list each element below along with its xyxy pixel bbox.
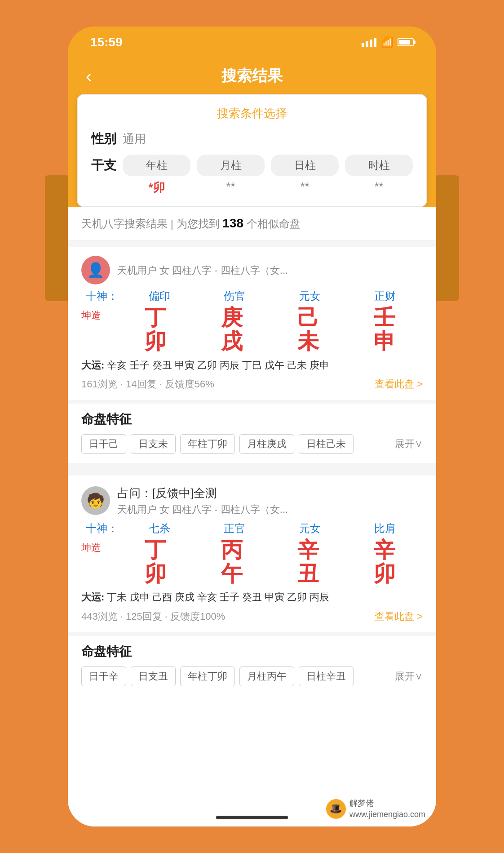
tezheng-tag-1-1: 日干己 <box>81 434 126 454</box>
tezheng-tag-2-2: 日支丑 <box>131 666 176 686</box>
tezheng-section-1: 命盘特征 日干己 日支未 年柱丁卯 月柱庚戌 日柱己未 展开∨ <box>68 400 436 463</box>
pillar-val-hour: ** <box>345 180 413 195</box>
card2-header: 🧒 占问：[反馈中]全测 天机用户 女 四柱八字 - 四柱八字（女... <box>81 484 423 517</box>
card1-bazi-col3: 己 未 <box>270 306 346 354</box>
card2-tian-3: 辛 <box>297 538 319 562</box>
signal-icon <box>362 38 376 47</box>
card1-bazi-col2: 庚 戌 <box>194 306 270 354</box>
tezheng-title-1: 命盘特征 <box>81 411 423 428</box>
wifi-icon: 📶 <box>381 36 393 48</box>
card1-bazi-row: 坤造 丁 卯 庚 戌 己 未 <box>81 306 423 354</box>
card1-tian-4: 壬 <box>374 306 395 330</box>
card2-info-text: 天机用户 女 四柱八字 - 四柱八字（女... <box>117 502 288 517</box>
card2-tian-2: 丙 <box>221 538 243 562</box>
pillar-btn-month[interactable]: 月柱 <box>197 155 265 176</box>
card1-view-link[interactable]: 查看此盘 > <box>375 378 423 391</box>
card1-shishen-row: 十神： 偏印 伤官 元女 正财 <box>81 289 423 303</box>
back-button[interactable]: ‹ <box>86 66 92 86</box>
search-count: 138 <box>222 216 243 230</box>
status-bar: 15:59 📶 <box>68 27 436 58</box>
watermark-text: 解梦佬 www.jiemengiao.com <box>349 798 425 820</box>
tezheng-title-2: 命盘特征 <box>81 643 423 660</box>
card1-bazi-chars: 丁 卯 庚 戌 己 未 壬 申 <box>117 306 423 354</box>
watermark-icon: 🎩 <box>326 799 346 819</box>
gender-label: 性别 <box>91 130 123 147</box>
tezheng-tag-2-3: 年柱丁卯 <box>180 666 235 686</box>
card2-title: 占问：[反馈中]全测 <box>117 484 288 502</box>
card2-dayun-label: 大运: <box>81 591 107 603</box>
card1-stats-text: 161浏览 · 14回复 · 反馈度56% <box>81 378 214 391</box>
card1-shishen-label: 十神： <box>86 289 122 303</box>
card2-di-1: 卯 <box>145 562 166 586</box>
card1-stats: 161浏览 · 14回复 · 反馈度56% 查看此盘 > <box>81 378 423 391</box>
card2-bazi-col3: 辛 丑 <box>270 538 346 586</box>
card2-ss-2: 正官 <box>197 521 273 536</box>
watermark: 🎩 解梦佬 www.jiemengiao.com <box>326 798 425 820</box>
pillar-buttons: 年柱 月柱 日柱 时柱 <box>123 155 413 176</box>
card1-info-text: 天机用户 女 四柱八字 - 四柱八字（女... <box>117 263 288 278</box>
tezheng-tags-2: 日干辛 日支丑 年柱丁卯 月柱丙午 日柱辛丑 展开∨ <box>81 666 423 686</box>
tezheng-expand-2[interactable]: 展开∨ <box>395 670 423 683</box>
status-time: 15:59 <box>90 35 123 49</box>
card1-dayun: 大运: 辛亥 壬子 癸丑 甲寅 乙卯 丙辰 丁巳 戊午 己未 庚申 <box>81 357 423 373</box>
filter-title: 搜索条件选择 <box>91 106 413 121</box>
battery-icon <box>398 38 414 46</box>
search-filter-card: 搜索条件选择 性别 通用 干支 年柱 月柱 日柱 时柱 *卯 ** * <box>77 94 427 207</box>
tezheng-tag-2-4: 月柱丙午 <box>239 666 294 686</box>
tezheng-expand-1[interactable]: 展开∨ <box>395 437 423 451</box>
pillar-val-month: ** <box>197 180 265 195</box>
tezheng-tag-2-1: 日干辛 <box>81 666 126 686</box>
card2-dayun-text: 丁未 戊申 己酉 庚戌 辛亥 壬子 癸丑 甲寅 乙卯 丙辰 <box>107 591 329 603</box>
card2-bazi-col1: 丁 卯 <box>117 538 194 586</box>
card2-di-2: 午 <box>221 562 243 586</box>
pillar-values-row: *卯 ** ** ** <box>123 180 413 195</box>
gender-value: 通用 <box>123 131 146 147</box>
card2-bazi-col2: 丙 午 <box>194 538 270 586</box>
card1-ss-1: 偏印 <box>122 289 197 303</box>
tezheng-section-2: 命盘特征 日干辛 日支丑 年柱丁卯 月柱丙午 日柱辛丑 展开∨ <box>68 632 436 695</box>
card1-info: 天机用户 女 四柱八字 - 四柱八字（女... <box>117 263 288 278</box>
ganzhi-label: 干支 <box>91 157 123 174</box>
pillar-btn-hour[interactable]: 时柱 <box>345 155 413 176</box>
card2-bazi-row: 坤造 丁 卯 丙 午 辛 丑 <box>81 538 423 586</box>
card1-bazi-col1: 丁 卯 <box>117 306 194 354</box>
card1-tian-3: 己 <box>297 306 319 330</box>
tezheng-tag-1-4: 月柱庚戌 <box>239 434 294 454</box>
home-indicator <box>216 816 288 819</box>
card2-bazi-chars: 丁 卯 丙 午 辛 丑 辛 卯 <box>117 538 423 586</box>
card2-view-link[interactable]: 查看此盘 > <box>375 610 423 623</box>
pillar-btn-day[interactable]: 日柱 <box>271 155 339 176</box>
card2-stats-text: 443浏览 · 125回复 · 反馈度100% <box>81 610 225 623</box>
card2-dayun: 大运: 丁未 戊申 己酉 庚戌 辛亥 壬子 癸丑 甲寅 乙卯 丙辰 <box>81 589 423 605</box>
card1-ss-2: 伤官 <box>197 289 273 303</box>
card2-ss-3: 元女 <box>272 521 348 536</box>
card2-stats: 443浏览 · 125回复 · 反馈度100% 查看此盘 > <box>81 610 423 623</box>
tezheng-tags-1: 日干己 日支未 年柱丁卯 月柱庚戌 日柱己未 展开∨ <box>81 434 423 454</box>
card1-ss-4: 正财 <box>348 289 423 303</box>
card2-bazi-col4: 辛 卯 <box>346 538 423 586</box>
status-icons: 📶 <box>362 36 414 48</box>
result-card-2: 🧒 占问：[反馈中]全测 天机用户 女 四柱八字 - 四柱八字（女... 十神：… <box>68 475 436 632</box>
search-results-header: 天机八字搜索结果 | 为您找到 138 个相似命盘 <box>68 207 436 240</box>
card2-ss-1: 七杀 <box>122 521 197 536</box>
gender-filter-row: 性别 通用 <box>91 130 413 147</box>
card2-tian-4: 辛 <box>374 538 395 562</box>
card1-dayun-text: 辛亥 壬子 癸丑 甲寅 乙卯 丙辰 丁巳 戊午 己未 庚申 <box>107 360 329 371</box>
card2-shishen-row: 十神： 七杀 正官 元女 比肩 <box>81 521 423 536</box>
card1-type-label: 坤造 <box>81 306 117 322</box>
divider-1 <box>68 463 436 469</box>
card1-di-1: 卯 <box>145 330 166 354</box>
tezheng-tag-1-2: 日支未 <box>131 434 176 454</box>
card1-bazi-col4: 壬 申 <box>346 306 423 354</box>
card1-di-2: 戌 <box>221 330 243 354</box>
pillar-btn-year[interactable]: 年柱 <box>123 155 190 176</box>
page-title: 搜索结果 <box>221 66 283 86</box>
card2-info: 占问：[反馈中]全测 天机用户 女 四柱八字 - 四柱八字（女... <box>117 484 288 517</box>
search-prefix: 天机八字搜索结果 | 为您找到 <box>81 218 220 230</box>
avatar-2: 🧒 <box>81 486 110 515</box>
avatar-1: 👤 <box>81 256 110 284</box>
ganzhi-filter-row: 干支 年柱 月柱 日柱 时柱 <box>91 155 413 176</box>
card1-di-3: 未 <box>297 330 319 354</box>
card1-tian-2: 庚 <box>221 306 243 330</box>
card1-tian-1: 丁 <box>145 306 166 330</box>
